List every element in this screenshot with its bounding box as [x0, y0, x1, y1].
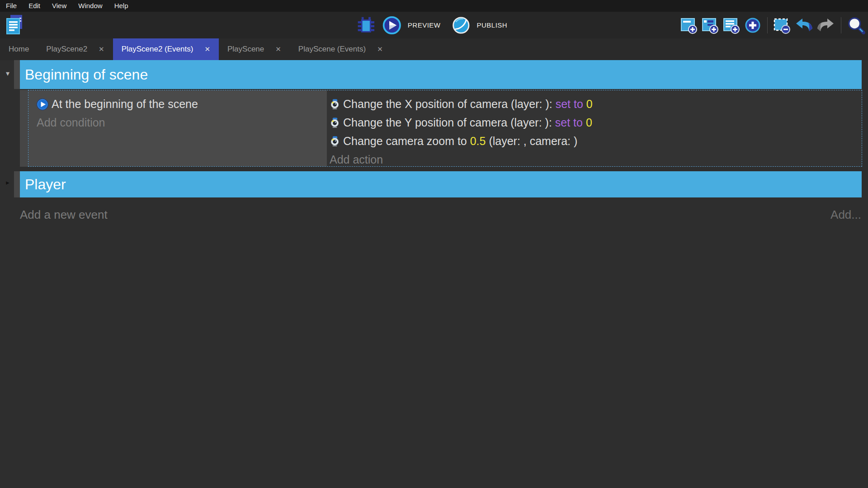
group-gutter [14, 171, 20, 197]
condition-text: At the beginning of the scene [52, 98, 198, 111]
tab[interactable]: PlayScene ✕ [219, 38, 290, 60]
group-title: Player [25, 176, 66, 193]
tab-label: PlayScene [227, 45, 264, 54]
search-icon[interactable] [847, 16, 865, 34]
tab-close-icon[interactable]: ✕ [377, 45, 383, 53]
add-event-row: Add a new event Add... [20, 206, 861, 224]
add-action-link[interactable]: Add action [330, 150, 862, 169]
add-comment-icon[interactable] [723, 17, 740, 34]
tab[interactable]: PlayScene2 (Events) ✕ [113, 38, 219, 60]
tab-close-icon[interactable]: ✕ [275, 45, 281, 53]
publish-button[interactable]: PUBLISH [476, 21, 507, 29]
event-group-header[interactable]: Beginning of scene [20, 60, 862, 89]
expand-arrow-icon[interactable]: ▸ [4, 178, 12, 187]
publish-globe-icon[interactable] [451, 16, 470, 35]
tab-label: PlayScene2 [46, 45, 87, 54]
preview-button[interactable]: PREVIEW [408, 21, 441, 29]
camera-icon [330, 136, 340, 146]
tab[interactable]: PlayScene2 ✕ [38, 38, 113, 60]
action-text: Change the Y position of camera (layer: … [343, 116, 592, 129]
group-title: Beginning of scene [25, 66, 148, 83]
add-new-event-link[interactable]: Add a new event [20, 208, 108, 222]
tab[interactable]: Home [0, 38, 38, 60]
project-manager-icon[interactable] [5, 14, 24, 35]
add-subevent-icon[interactable] [702, 17, 719, 34]
add-more-link[interactable]: Add... [830, 208, 861, 222]
menu-item[interactable]: File [0, 0, 23, 12]
toolbar-separator [841, 17, 841, 33]
tab-label: Home [9, 45, 29, 54]
menu-bar: FileEditViewWindowHelp [0, 0, 868, 12]
toolbar-right-group [680, 12, 865, 38]
toolbar-separator [767, 17, 768, 33]
actions-column: Change the X position of camera (layer: … [327, 90, 862, 166]
camera-icon [330, 117, 340, 128]
add-condition-link[interactable]: Add condition [37, 113, 327, 132]
camera-icon [330, 99, 340, 109]
tab-label: PlayScene2 (Events) [122, 45, 193, 54]
action-row[interactable]: Change the Y position of camera (layer: … [330, 113, 862, 132]
collapse-arrow-icon[interactable]: ▾ [4, 69, 12, 78]
condition-play-icon [37, 99, 48, 110]
tab-bar: Home PlayScene2 ✕ PlayScene2 (Events) ✕ … [0, 38, 868, 60]
menu-item[interactable]: Help [108, 0, 134, 12]
event-left-margin [20, 90, 28, 167]
add-more-icon[interactable] [744, 17, 761, 34]
preview-play-icon[interactable] [382, 16, 401, 35]
redo-icon[interactable] [817, 16, 835, 34]
tab-close-icon[interactable]: ✕ [99, 45, 104, 53]
action-row[interactable]: Change camera zoom to 0.5 (layer: , came… [330, 132, 862, 150]
event-block-selected[interactable]: At the beginning of the scene Add condit… [28, 90, 862, 167]
action-text: Change the X position of camera (layer: … [343, 98, 593, 111]
debug-icon[interactable] [356, 15, 376, 35]
group-gutter [14, 60, 20, 89]
menu-item[interactable]: View [46, 0, 72, 12]
add-event-icon[interactable] [680, 17, 698, 34]
menu-item[interactable]: Window [72, 0, 108, 12]
delete-selection-icon[interactable] [774, 17, 791, 34]
main-toolbar: PREVIEW PUBLISH [0, 12, 868, 38]
tab-label: PlayScene (Events) [298, 45, 366, 54]
menu-item[interactable]: Edit [23, 0, 46, 12]
condition-row[interactable]: At the beginning of the scene [37, 95, 327, 113]
toolbar-center-group: PREVIEW PUBLISH [356, 12, 512, 38]
tab-close-icon[interactable]: ✕ [204, 45, 210, 53]
conditions-column: At the beginning of the scene Add condit… [28, 90, 327, 166]
action-text: Change camera zoom to 0.5 (layer: , came… [343, 135, 577, 148]
tab[interactable]: PlayScene (Events) ✕ [290, 38, 392, 60]
events-sheet: ▾ Beginning of scene At the beginning of… [0, 60, 868, 488]
action-row[interactable]: Change the X position of camera (layer: … [330, 95, 862, 113]
event-group-header[interactable]: Player [20, 171, 862, 197]
undo-icon[interactable] [795, 16, 813, 34]
